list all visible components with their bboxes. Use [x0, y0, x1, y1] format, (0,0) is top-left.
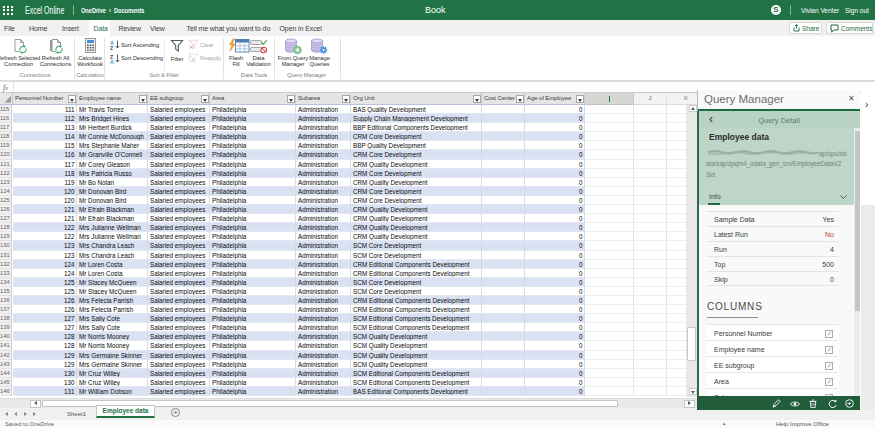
svg-text:Z: Z — [110, 45, 114, 50]
svg-text:A: A — [110, 59, 114, 64]
